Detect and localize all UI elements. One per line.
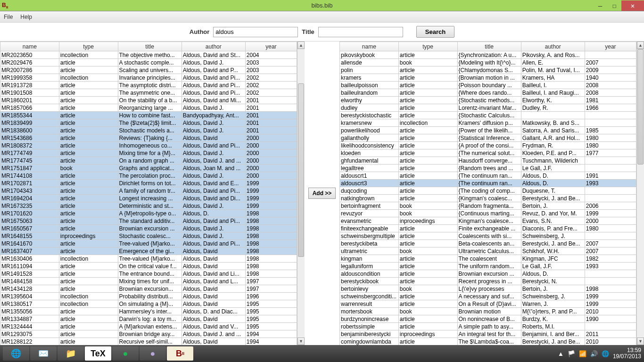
table-row[interactable]: aldousconditionarticleBrownian excursion… bbox=[340, 270, 636, 278]
table-row[interactable]: comingdownlambdaarticleThe $\Lambda$-coa… bbox=[340, 338, 636, 346]
network-icon[interactable]: 🌐 bbox=[602, 350, 609, 357]
menu-file[interactable]: File bbox=[4, 14, 13, 20]
table-row[interactable]: bertoinlevybookL{\'e}vy processesBertoin… bbox=[340, 285, 636, 293]
table-row[interactable]: MR1334887articleDarwin's log: a toy m...… bbox=[0, 315, 297, 323]
table-row[interactable]: burdzynonincreasearticleOn nonincrease o… bbox=[340, 315, 636, 323]
table-row[interactable]: mortersbookbookBrownian motionM{\"o}rter… bbox=[340, 308, 636, 315]
table-row[interactable]: MR1648155inproceedingsStochastic coalesc… bbox=[0, 232, 297, 240]
close-button[interactable]: ✕ bbox=[621, 0, 644, 11]
col-author[interactable]: author bbox=[521, 42, 585, 51]
table-row[interactable]: MR1855344articleHow to combine fast...Ba… bbox=[0, 112, 297, 119]
table-row[interactable]: MR1704343articleA family of random tr...… bbox=[0, 187, 297, 195]
table-row[interactable]: pikovskybookarticle{Synchronization: A u… bbox=[340, 51, 636, 59]
table-row[interactable]: MR2007286articleScaling and univers...Al… bbox=[0, 66, 297, 74]
col-title[interactable]: title bbox=[457, 42, 521, 51]
table-row[interactable]: kramersnewincollectionKramers' diffusion… bbox=[340, 119, 636, 127]
table-row[interactable]: MR1857066articleReorganizing large ...Al… bbox=[0, 104, 297, 112]
taskbar-explorer[interactable]: 📁 bbox=[58, 346, 84, 361]
table-row[interactable]: MR1838600articleStochastic models a...Al… bbox=[0, 127, 297, 134]
col-year[interactable]: year bbox=[585, 42, 636, 51]
table-row[interactable]: MR1324444articleA {M}arkovian extens...A… bbox=[0, 323, 297, 330]
col-type[interactable]: type bbox=[398, 42, 457, 51]
table-row[interactable]: MR1774745articleOn a random graph ...Ald… bbox=[0, 157, 297, 165]
col-name[interactable]: name bbox=[0, 42, 59, 51]
scroll-up-icon[interactable]: ▲ bbox=[637, 41, 644, 49]
table-row[interactable]: elworthyarticle{Stochastic methods...Elw… bbox=[340, 97, 636, 104]
add-button[interactable]: Add >> bbox=[308, 188, 336, 199]
table-row[interactable]: MR2029476articleA stochastic comple...Al… bbox=[0, 59, 297, 66]
table-row[interactable]: MR1395604incollectionProbability distrib… bbox=[0, 293, 297, 300]
left-table[interactable]: name type title author year MR2023650inc… bbox=[0, 41, 297, 345]
table-row[interactable]: aldouscrt1article{The continuum ran...Al… bbox=[340, 172, 636, 180]
scroll-down-icon[interactable]: ▼ bbox=[637, 337, 644, 345]
table-row[interactable]: MR1288122articleRecursive self-simil...A… bbox=[0, 338, 297, 346]
table-row[interactable]: schweinsbergconditi...articleA necessary… bbox=[340, 293, 636, 300]
table-row[interactable]: MR1999358incollectionInvariance principl… bbox=[0, 74, 297, 82]
taskbar-tex[interactable]: TeX bbox=[85, 346, 111, 361]
table-row[interactable]: bailleulrandomarticle{Where does rando..… bbox=[340, 89, 636, 97]
wifi-icon[interactable]: 📶 bbox=[579, 350, 586, 357]
table-row[interactable]: MR1901508articleThe asymmetric one...Ald… bbox=[0, 89, 297, 97]
table-row[interactable]: MR1630406incollectionTree-valued {M}arko… bbox=[0, 255, 297, 263]
table-row[interactable]: natkingbrownarticle{Kingman's coalesc...… bbox=[340, 195, 636, 202]
col-name[interactable]: name bbox=[340, 42, 399, 51]
table-row[interactable]: allensdebook{Modeling with It{\^o}...All… bbox=[340, 59, 636, 66]
table-row[interactable]: polinarticle{Chlamydomonas S...Polin, M.… bbox=[340, 66, 636, 74]
table-row[interactable]: MR1293075articleBrownian bridge asy...Al… bbox=[0, 330, 297, 338]
table-row[interactable]: dudleyarticleLorentz-invariant Mar...Dud… bbox=[340, 104, 636, 112]
table-row[interactable]: powerlikelihoodarticle{Power of the like… bbox=[340, 127, 636, 134]
table-row[interactable]: aldouscrt3article{The continuum ran...Al… bbox=[340, 180, 636, 187]
table-row[interactable]: kloedenarticle{The numerical solut...Klo… bbox=[340, 149, 636, 157]
table-row[interactable]: schweinsbergmultiplearticleCoalescents w… bbox=[340, 232, 636, 240]
taskbar-eclipse[interactable]: ● bbox=[140, 346, 166, 361]
minimize-button[interactable]: — bbox=[593, 0, 607, 11]
table-row[interactable]: legalltreearticle{Random trees and ...Le… bbox=[340, 165, 636, 172]
table-row[interactable]: MR1637407articleEmergence of the gi...Al… bbox=[0, 247, 297, 255]
table-row[interactable]: MR1839499articleThe {$\zeta(2)$} limit..… bbox=[0, 119, 297, 127]
table-row[interactable]: MR1860201articleOn the stability of a b.… bbox=[0, 97, 297, 104]
right-table[interactable]: name type title author year pikovskybook… bbox=[339, 41, 636, 345]
table-row[interactable]: MR1751847bookGraphs and applicat...Aldou… bbox=[0, 165, 297, 172]
table-row[interactable]: MR1434128articleBrownian excursion...Ald… bbox=[0, 285, 297, 293]
table-row[interactable]: MR1650567articleBrownian excursion ...Al… bbox=[0, 225, 297, 232]
table-row[interactable]: bailleulpoissonarticle{Poisson boundary … bbox=[340, 82, 636, 89]
table-row[interactable]: legalluniformarticleThe uniform random..… bbox=[340, 263, 636, 270]
taskbar-app[interactable]: BII bbox=[167, 346, 193, 361]
table-row[interactable]: berestyckistochasticarticle{Stochastic C… bbox=[340, 112, 636, 119]
table-row[interactable]: MR1355056articleHammersley's inter...Ald… bbox=[0, 308, 297, 315]
volume-icon[interactable]: 🔊 bbox=[590, 350, 598, 357]
right-scrollbar[interactable]: ▲ ▼ bbox=[636, 41, 644, 345]
table-row[interactable]: MR1641670articleTree-valued {M}arko...Al… bbox=[0, 240, 297, 247]
col-title[interactable]: title bbox=[118, 42, 182, 51]
scroll-down-icon[interactable]: ▼ bbox=[297, 337, 305, 345]
scroll-up-icon[interactable]: ▲ bbox=[297, 41, 305, 49]
col-type[interactable]: type bbox=[59, 42, 118, 51]
table-row[interactable]: revuzyorbook{Continuous marting...Revuz,… bbox=[340, 210, 636, 217]
table-row[interactable]: MR1744108articleThe percolation proc...A… bbox=[0, 172, 297, 180]
clock[interactable]: 13:59 19/07/2013 bbox=[613, 347, 641, 360]
taskbar-spotify[interactable]: ● bbox=[112, 346, 139, 361]
col-author[interactable]: author bbox=[182, 42, 245, 51]
table-row[interactable]: benjaminiberestyckiinproceedingsAn integ… bbox=[340, 330, 636, 338]
table-row[interactable]: ultrametricbookUltrametric Calculus...Sc… bbox=[340, 247, 636, 255]
table-row[interactable]: kingmanarticleThe coalescentKingman, JFC… bbox=[340, 255, 636, 263]
col-year[interactable]: year bbox=[245, 42, 297, 51]
table-row[interactable]: MR1913728articleThe asymptotic distri...… bbox=[0, 82, 297, 89]
tray-expand-icon[interactable]: ▲ bbox=[558, 350, 564, 357]
table-row[interactable]: MR1611094articleOn the critical value f.… bbox=[0, 263, 297, 270]
table-row[interactable]: MR1702871articleDirichlet forms on tot..… bbox=[0, 180, 297, 187]
table-row[interactable]: robertssimplearticleA simple path to asy… bbox=[340, 323, 636, 330]
menu-help[interactable]: Help bbox=[20, 14, 32, 20]
table-row[interactable]: finiteexchangeablearticleFinite exchange… bbox=[340, 225, 636, 232]
table-row[interactable]: warrenresultarticleOn a Result of {D}avi… bbox=[340, 300, 636, 308]
flag-icon[interactable]: 🏳️ bbox=[568, 350, 575, 357]
table-row[interactable]: evansmetricinproceedingsKingman's coales… bbox=[340, 217, 636, 225]
table-row[interactable]: MR1380517incollectionOn simulating a {M}… bbox=[0, 300, 297, 308]
title-input[interactable] bbox=[318, 27, 403, 37]
table-row[interactable]: MR1701620articleA {M}etropolis-type o...… bbox=[0, 210, 297, 217]
table-row[interactable]: duqcodingarticle{The coding of comp...Du… bbox=[340, 187, 636, 195]
table-row[interactable]: MR1543686articleReviews: {T}aking {...Al… bbox=[0, 134, 297, 142]
taskbar-thunderbird[interactable]: ✉️ bbox=[30, 346, 57, 361]
taskbar-chrome[interactable]: 🌐 bbox=[3, 346, 29, 361]
table-row[interactable]: MR1484158articleMixing times for unif...… bbox=[0, 278, 297, 285]
